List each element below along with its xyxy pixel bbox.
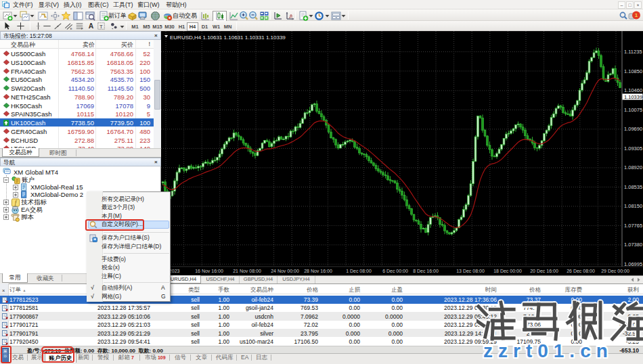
svg-text:1.10339: 1.10339	[624, 94, 642, 100]
svg-text:A: A	[89, 22, 94, 30]
svg-text:EURUSD,H4 1.10631 1.10631 1.1: EURUSD,H4 1.10631 1.10631 1.10331 1.1033…	[170, 35, 286, 41]
svg-text:28 Nov 16:00: 28 Nov 16:00	[304, 269, 332, 273]
svg-text:1.09690: 1.09690	[624, 126, 642, 132]
svg-text:1.08150: 1.08150	[624, 203, 642, 209]
svg-text:29 Dec 00:00: 29 Dec 00:00	[601, 269, 629, 273]
svg-text:E: E	[70, 27, 72, 30]
svg-text:1.09305: 1.09305	[624, 145, 642, 152]
svg-text:1.10460: 1.10460	[624, 87, 642, 93]
svg-text:16 Nov 16:00: 16 Nov 16:00	[195, 269, 223, 273]
svg-text:26 Dec 08:00: 26 Dec 08:00	[567, 269, 595, 273]
svg-text:F: F	[81, 27, 83, 30]
svg-text:1.10850: 1.10850	[624, 68, 642, 74]
svg-text:1.08920: 1.08920	[624, 164, 642, 170]
svg-text:1: 1	[635, 12, 638, 18]
svg-text:1 Dec 08:00: 1 Dec 08:00	[346, 269, 372, 273]
svg-text:6 Dec 00:00: 6 Dec 00:00	[382, 269, 408, 273]
svg-text:21 Nov 08:00: 21 Nov 08:00	[233, 269, 261, 273]
svg-text:18 Dec 00:00: 18 Dec 00:00	[493, 269, 522, 273]
svg-text:1.11235: 1.11235	[624, 49, 642, 55]
svg-text:8 Dec 16:00: 8 Dec 16:00	[413, 269, 439, 273]
svg-text:1.08535: 1.08535	[624, 184, 642, 190]
svg-text:T: T	[99, 24, 103, 30]
svg-text:1.07765: 1.07765	[624, 223, 642, 229]
svg-text:20 Dec 16:00: 20 Dec 16:00	[530, 269, 558, 273]
svg-text:1.07380: 1.07380	[624, 242, 642, 248]
svg-text:13 Dec 08:00: 13 Dec 08:00	[456, 269, 485, 273]
svg-text:1.06995: 1.06995	[624, 261, 642, 267]
svg-text:1.10075: 1.10075	[624, 107, 642, 113]
svg-text:24 Nov 00:00: 24 Nov 00:00	[271, 269, 299, 273]
